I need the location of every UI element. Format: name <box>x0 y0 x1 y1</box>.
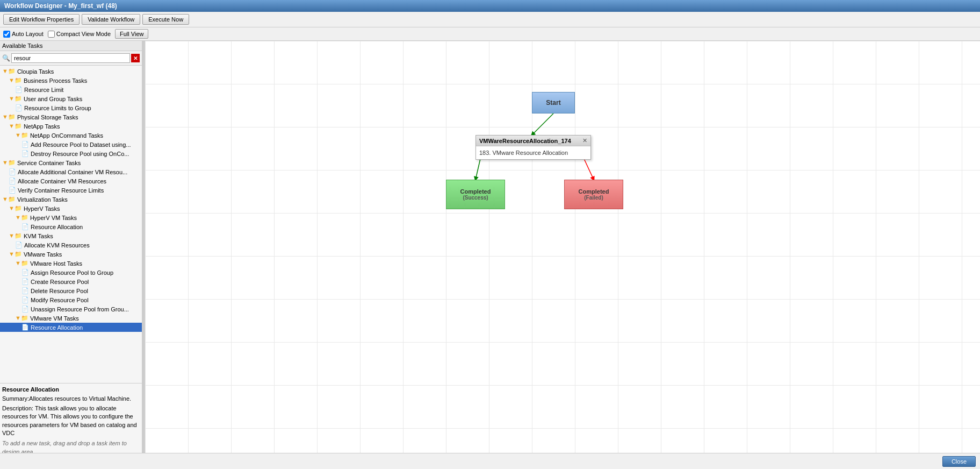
file-icon: 📄 <box>21 278 29 285</box>
compact-view-checkbox[interactable] <box>48 31 55 38</box>
svg-line-0 <box>532 113 553 135</box>
task-tree: ▼📁 Cloupia Tasks ▼📁 Business Process Tas… <box>0 66 142 383</box>
bottom-bar: Close <box>0 453 980 469</box>
tree-item-modify-resource-pool[interactable]: 📄 Modify Resource Pool <box>0 295 142 304</box>
tree-item-hyperv-resource-allocation[interactable]: 📄 Resource Allocation <box>0 222 142 231</box>
folder-icon: ▼📁 <box>2 196 16 203</box>
folder-icon: ▼📁 <box>15 132 28 139</box>
toolbar: Edit Workflow Properties Validate Workfl… <box>0 12 980 27</box>
tree-item-resource-limit[interactable]: 📄 Resource Limit <box>0 85 142 94</box>
tree-item-hyperv-tasks[interactable]: ▼📁 HyperV Tasks <box>0 204 142 213</box>
title-text: Workflow Designer - My_first_wf (48) <box>4 2 117 10</box>
tree-item-destroy-resource-pool[interactable]: 📄 Destroy Resource Pool using OnCo... <box>0 149 142 158</box>
task-node-body: 183. VMware Resource Allocation <box>476 146 590 159</box>
available-tasks-label: Available Tasks <box>0 41 142 51</box>
folder-icon: ▼📁 <box>15 214 28 221</box>
desc-title: Resource Allocation <box>2 386 140 394</box>
search-bar: 🔍 ✕ <box>0 51 142 66</box>
file-icon: 📄 <box>21 305 29 312</box>
design-area[interactable]: Start VMWareResourceAllocation_174 ✕ 183… <box>145 41 980 453</box>
file-icon: 📄 <box>21 141 29 148</box>
tree-item-add-resource-pool[interactable]: 📄 Add Resource Pool to Dataset using... <box>0 140 142 149</box>
tree-item-assign-resource-pool[interactable]: 📄 Assign Resource Pool to Group <box>0 268 142 277</box>
tree-item-allocate-container[interactable]: 📄 Allocate Container VM Resources <box>0 176 142 186</box>
tree-item-service-container-tasks[interactable]: ▼📁 Service Container Tasks <box>0 158 142 167</box>
tree-item-vmware-host-tasks[interactable]: ▼📁 VMware Host Tasks <box>0 259 142 268</box>
tree-item-user-group-tasks[interactable]: ▼📁 User and Group Tasks <box>0 94 142 103</box>
desc-description: Description: This task allows you to all… <box>2 404 140 438</box>
task-node-header: VMWareResourceAllocation_174 ✕ <box>476 136 590 146</box>
folder-icon: ▼📁 <box>2 113 16 120</box>
left-panel: Available Tasks 🔍 ✕ ▼📁 Cloupia Tasks ▼📁 … <box>0 41 142 453</box>
folder-icon: ▼📁 <box>9 77 22 84</box>
tree-item-vmware-tasks[interactable]: ▼📁 VMware Tasks <box>0 250 142 259</box>
search-input[interactable] <box>11 53 130 63</box>
file-icon: 📄 <box>21 287 29 294</box>
compact-view-label[interactable]: Compact View Mode <box>48 31 111 38</box>
start-node[interactable]: Start <box>532 92 575 113</box>
tree-item-vmware-resource-allocation[interactable]: 📄 Resource Allocation <box>0 323 142 332</box>
tree-item-delete-resource-pool[interactable]: 📄 Delete Resource Pool <box>0 286 142 295</box>
file-icon: 📄 <box>21 269 29 276</box>
tree-item-physical-storage-tasks[interactable]: ▼📁 Physical Storage Tasks <box>0 112 142 122</box>
folder-icon: ▼📁 <box>2 159 16 166</box>
file-icon: 📄 <box>21 223 29 230</box>
description-panel: Resource Allocation Summary:Allocates re… <box>0 383 142 453</box>
auto-layout-label[interactable]: Auto Layout <box>3 31 44 38</box>
file-icon: 📄 <box>15 104 23 111</box>
tree-item-netapp-oncommand-tasks[interactable]: ▼📁 NetApp OnCommand Tasks <box>0 131 142 140</box>
main-container: Edit Workflow Properties Validate Workfl… <box>0 12 980 469</box>
folder-icon: ▼📁 <box>9 205 22 212</box>
full-view-button[interactable]: Full View <box>115 29 148 39</box>
file-icon: 📄 <box>9 177 16 184</box>
content-area: Available Tasks 🔍 ✕ ▼📁 Cloupia Tasks ▼📁 … <box>0 41 980 453</box>
tree-item-create-resource-pool[interactable]: 📄 Create Resource Pool <box>0 277 142 286</box>
options-bar: Auto Layout Compact View Mode Full View <box>0 27 980 41</box>
file-icon: 📄 <box>15 241 23 248</box>
tree-item-vmware-vm-tasks[interactable]: ▼📁 VMware VM Tasks <box>0 314 142 323</box>
file-icon: 📄 <box>21 324 29 331</box>
folder-icon: ▼📁 <box>15 315 28 322</box>
tree-item-kvm-tasks[interactable]: ▼📁 KVM Tasks <box>0 231 142 240</box>
tree-item-resource-limits-group[interactable]: 📄 Resource Limits to Group <box>0 103 142 112</box>
file-icon: 📄 <box>9 168 16 175</box>
file-icon: 📄 <box>15 86 23 93</box>
validate-workflow-button[interactable]: Validate Workflow <box>82 14 140 25</box>
tree-item-cloupia-tasks[interactable]: ▼📁 Cloupia Tasks <box>0 67 142 76</box>
title-bar: Workflow Designer - My_first_wf (48) <box>0 0 980 12</box>
folder-icon: ▼📁 <box>9 95 22 102</box>
folder-icon: ▼📁 <box>15 260 28 267</box>
tree-item-allocate-kvm[interactable]: 📄 Allocate KVM Resources <box>0 240 142 250</box>
completed-failed-node[interactable]: Completed (Failed) <box>564 180 623 209</box>
folder-icon: ▼📁 <box>2 68 16 75</box>
folder-icon: ▼📁 <box>9 251 22 258</box>
svg-line-1 <box>475 157 481 180</box>
completed-success-node[interactable]: Completed (Success) <box>446 180 505 209</box>
folder-icon: ▼📁 <box>9 232 22 239</box>
file-icon: 📄 <box>21 296 29 303</box>
tree-item-virtualization-tasks[interactable]: ▼📁 Virtualization Tasks <box>0 195 142 204</box>
task-node[interactable]: VMWareResourceAllocation_174 ✕ 183. VMwa… <box>475 135 591 160</box>
clear-search-button[interactable]: ✕ <box>131 54 140 62</box>
file-icon: 📄 <box>9 187 16 194</box>
close-button[interactable]: Close <box>942 456 976 467</box>
desc-drag-tip: To add a new task, drag and drop a task … <box>2 439 140 453</box>
tree-item-hyperv-vm-tasks[interactable]: ▼📁 HyperV VM Tasks <box>0 213 142 222</box>
search-icon: 🔍 <box>2 54 10 62</box>
auto-layout-checkbox[interactable] <box>3 31 10 38</box>
file-icon: 📄 <box>21 150 29 157</box>
desc-summary: Summary:Allocates resources to Virtual M… <box>2 395 140 403</box>
tree-item-business-process-tasks[interactable]: ▼📁 Business Process Tasks <box>0 76 142 85</box>
tree-item-unassign-resource-pool[interactable]: 📄 Unassign Resource Pool from Grou... <box>0 304 142 314</box>
tree-item-netapp-tasks[interactable]: ▼📁 NetApp Tasks <box>0 122 142 131</box>
svg-line-2 <box>583 157 594 180</box>
edit-workflow-properties-button[interactable]: Edit Workflow Properties <box>3 14 80 25</box>
task-node-close-button[interactable]: ✕ <box>582 137 587 144</box>
execute-now-button[interactable]: Execute Now <box>142 14 189 25</box>
tree-item-verify-container[interactable]: 📄 Verify Container Resource Limits <box>0 186 142 195</box>
folder-icon: ▼📁 <box>9 123 22 130</box>
tree-item-allocate-additional[interactable]: 📄 Allocate Additional Container VM Resou… <box>0 167 142 176</box>
